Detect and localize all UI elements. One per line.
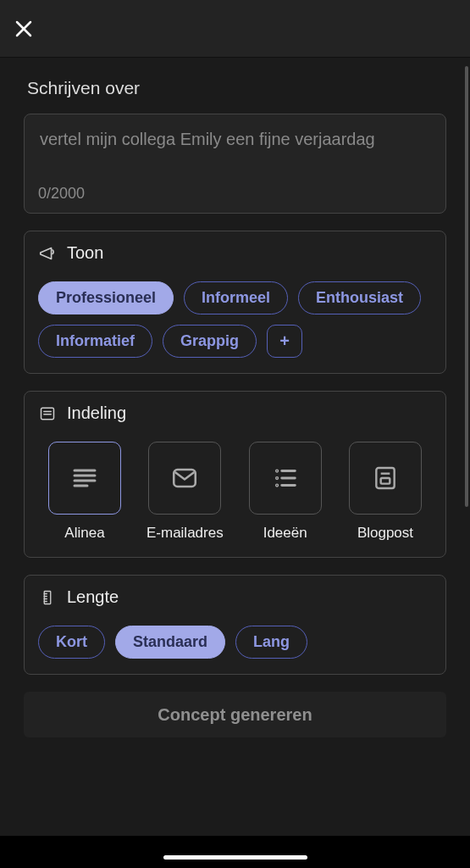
mail-icon [170,464,199,492]
megaphone-icon [38,244,57,263]
format-box-alinea[interactable] [48,442,121,515]
tone-options: Professioneel Informeel Enthousiast Info… [38,281,432,358]
prompt-input[interactable] [38,128,432,175]
format-label: Indeling [67,403,126,423]
svg-point-13 [276,477,277,478]
tone-option-grappig[interactable]: Grappig [163,325,257,358]
svg-rect-19 [44,591,51,604]
generate-button[interactable]: Concept genereren [24,692,446,737]
tone-option-professioneel[interactable]: Professioneel [38,281,174,314]
format-panel: Indeling Alinea [24,391,446,558]
length-label: Lengte [67,587,119,607]
layout-icon [38,404,57,423]
tone-option-enthousiast[interactable]: Enthousiast [298,281,421,314]
prompt-box[interactable]: 0/2000 [24,114,446,214]
length-option-standaard[interactable]: Standaard [115,626,225,659]
tone-add-button[interactable]: + [267,325,302,358]
format-item-ideeen: Ideeën [239,442,332,542]
list-icon [271,464,300,492]
content-area: Schrijven over 0/2000 Toon Professioneel… [0,58,470,868]
header [0,0,470,58]
svg-rect-2 [41,408,54,419]
tone-panel: Toon Professioneel Informeel Enthousiast… [24,231,446,374]
paragraph-icon [69,463,100,493]
format-box-blogpost[interactable] [349,442,422,515]
home-indicator[interactable] [163,855,307,860]
format-label-ideeen: Ideeën [263,525,307,542]
tone-option-informatief[interactable]: Informatief [38,325,152,358]
prompt-title: Schrijven over [27,78,446,98]
close-button[interactable] [12,17,36,41]
format-box-ideeen[interactable] [249,442,322,515]
scrollbar[interactable] [465,66,468,507]
bottom-bar [0,836,470,868]
length-option-lang[interactable]: Lang [235,626,307,659]
tone-option-informeel[interactable]: Informeel [184,281,288,314]
format-label-email: E-mailadres [147,525,224,542]
ruler-icon [38,588,57,607]
svg-point-11 [276,470,277,471]
format-box-email[interactable] [148,442,221,515]
format-label-blogpost: Blogpost [357,525,413,542]
svg-rect-18 [381,478,390,484]
blog-icon [372,465,399,492]
svg-point-15 [276,485,277,486]
tone-label: Toon [67,243,103,263]
length-option-kort[interactable]: Kort [38,626,105,659]
format-item-blogpost: Blogpost [339,442,432,542]
length-panel: Lengte Kort Standaard Lang [24,575,446,675]
format-label-alinea: Alinea [64,525,104,542]
char-counter: 0/2000 [38,185,432,203]
close-icon [14,19,34,39]
format-item-email: E-mailadres [138,442,231,542]
generate-label: Concept genereren [158,705,312,725]
format-item-alinea: Alinea [38,442,131,542]
